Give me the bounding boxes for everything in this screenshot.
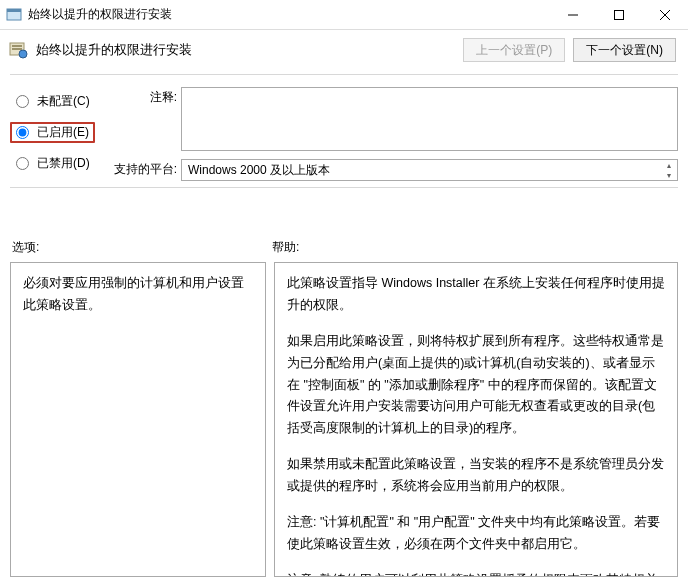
divider (10, 74, 678, 75)
radio-enabled-label: 已启用(E) (37, 124, 89, 141)
platform-scrollbar[interactable]: ▴ ▾ (661, 160, 677, 180)
radio-enabled[interactable]: 已启用(E) (10, 122, 95, 143)
help-p1: 此策略设置指导 Windows Installer 在系统上安装任何程序时使用提… (287, 273, 665, 317)
options-panel: 必须对要应用强制的计算机和用户设置此策略设置。 (10, 262, 266, 577)
help-p2: 如果启用此策略设置，则将特权扩展到所有程序。这些特权通常是为已分配给用户(桌面上… (287, 331, 665, 440)
svg-rect-7 (12, 45, 22, 47)
options-text: 必须对要应用强制的计算机和用户设置此策略设置。 (23, 276, 244, 312)
radio-not-configured-label: 未配置(C) (37, 93, 90, 110)
scroll-up-icon[interactable]: ▴ (661, 160, 677, 170)
scroll-down-icon[interactable]: ▾ (661, 170, 677, 180)
platform-value: Windows 2000 及以上版本 (188, 162, 330, 179)
minimize-button[interactable] (550, 0, 596, 30)
comment-input[interactable] (181, 87, 678, 151)
svg-rect-1 (7, 9, 21, 12)
svg-rect-3 (615, 10, 624, 19)
config-area: 未配置(C) 已启用(E) 已禁用(D) 注释: 支持的平台: Windows … (0, 81, 688, 187)
help-p5: 注意: 熟练的用户可以利用此策略设置授予的权限来更改其特权并获得对受限文件和文件… (287, 570, 665, 577)
help-panel[interactable]: 此策略设置指导 Windows Installer 在系统上安装任何程序时使用提… (274, 262, 678, 577)
close-button[interactable] (642, 0, 688, 30)
comment-label: 注释: (109, 87, 181, 106)
platform-box: Windows 2000 及以上版本 ▴ ▾ (181, 159, 678, 181)
radio-disabled-input[interactable] (16, 157, 29, 170)
radio-disabled[interactable]: 已禁用(D) (10, 153, 95, 174)
radio-not-configured-input[interactable] (16, 95, 29, 108)
radio-disabled-label: 已禁用(D) (37, 155, 90, 172)
radio-not-configured[interactable]: 未配置(C) (10, 91, 95, 112)
state-radio-group: 未配置(C) 已启用(E) 已禁用(D) (6, 87, 99, 181)
svg-point-9 (19, 50, 27, 58)
policy-icon (8, 40, 28, 60)
prev-setting-button[interactable]: 上一个设置(P) (463, 38, 565, 62)
next-setting-button[interactable]: 下一个设置(N) (573, 38, 676, 62)
window-title: 始终以提升的权限进行安装 (28, 6, 172, 23)
divider (10, 187, 678, 188)
lower-panels: 必须对要应用强制的计算机和用户设置此策略设置。 此策略设置指导 Windows … (0, 262, 688, 577)
maximize-button[interactable] (596, 0, 642, 30)
header-title: 始终以提升的权限进行安装 (36, 41, 455, 59)
lower-labels: 选项: 帮助: (0, 194, 688, 262)
svg-rect-8 (12, 48, 22, 50)
platform-label: 支持的平台: (109, 159, 181, 178)
radio-enabled-input[interactable] (16, 126, 29, 139)
header: 始终以提升的权限进行安装 上一个设置(P) 下一个设置(N) (0, 30, 688, 74)
window-titlebar: 始终以提升的权限进行安装 (0, 0, 688, 30)
help-p4: 注意: "计算机配置" 和 "用户配置" 文件夹中均有此策略设置。若要使此策略设… (287, 512, 665, 556)
fields-grid: 注释: 支持的平台: Windows 2000 及以上版本 ▴ ▾ (109, 87, 678, 181)
help-p3: 如果禁用或未配置此策略设置，当安装的程序不是系统管理员分发或提供的程序时，系统将… (287, 454, 665, 498)
app-icon (6, 7, 22, 23)
help-section-label: 帮助: (272, 239, 299, 256)
options-section-label: 选项: (12, 239, 272, 256)
